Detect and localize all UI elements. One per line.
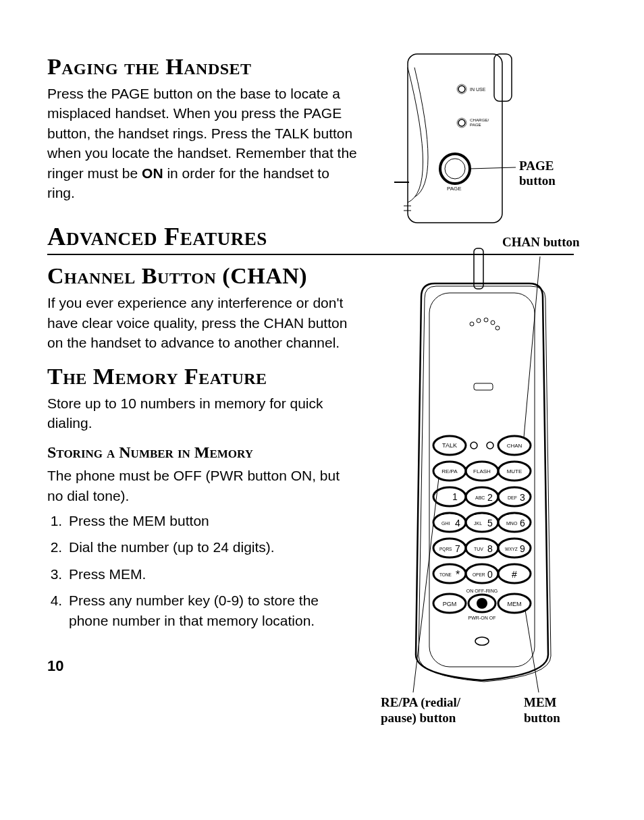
heading-storing: Storing a Number in Memory <box>47 443 358 462</box>
step-1: Press the MEM button <box>66 511 358 530</box>
svg-text:MEM: MEM <box>508 601 522 607</box>
heading-paging: Paging the Handset <box>47 54 358 80</box>
page-number: 10 <box>47 657 358 675</box>
svg-text:#: # <box>512 569 517 580</box>
svg-point-74 <box>475 637 489 645</box>
svg-text:8: 8 <box>487 543 493 554</box>
svg-point-15 <box>477 319 481 323</box>
step-3: Press MEM. <box>66 564 358 584</box>
svg-point-17 <box>491 321 495 325</box>
svg-text:OPER: OPER <box>473 572 485 577</box>
svg-text:3: 3 <box>520 492 525 503</box>
caption-page-button: PAGE button <box>519 159 573 188</box>
paragraph-channel: If you ever experience any interference … <box>47 293 358 352</box>
svg-text:MUTE: MUTE <box>507 468 522 474</box>
svg-point-18 <box>495 326 500 330</box>
svg-text:2: 2 <box>487 492 493 503</box>
svg-rect-19 <box>474 383 493 390</box>
svg-text:TONE: TONE <box>439 572 452 577</box>
svg-point-70 <box>477 598 487 609</box>
svg-text:GHI: GHI <box>441 521 450 526</box>
svg-point-10 <box>445 159 465 179</box>
svg-text:DEF: DEF <box>508 495 517 500</box>
svg-text:1: 1 <box>452 491 458 502</box>
svg-point-23 <box>487 442 493 449</box>
svg-text:PGM: PGM <box>443 601 457 607</box>
paragraph-memory: Store up to 10 numbers in memory for qui… <box>47 393 358 433</box>
svg-point-16 <box>484 318 488 322</box>
row-func: RE/PA FLASH MUTE <box>433 462 531 481</box>
svg-text:FLASH: FLASH <box>473 468 491 474</box>
svg-text:RE/PA: RE/PA <box>441 468 458 474</box>
step-4: Press any number key (0-9) to store the … <box>66 591 358 630</box>
svg-point-5 <box>458 86 465 92</box>
svg-point-14 <box>470 322 474 326</box>
svg-text:ABC: ABC <box>475 495 485 500</box>
base-figure: IN USE CHARGE/ PAGE PAGE PAGE button IN … <box>374 47 590 229</box>
text-column: Paging the Handset Press the PAGE button… <box>47 47 358 736</box>
caption-chan: CHAN button <box>502 235 580 250</box>
svg-rect-1 <box>494 54 512 101</box>
caption-page-button-text: PAGE button <box>519 159 573 188</box>
paragraph-paging: Press the PAGE button on the base to loc… <box>47 84 358 202</box>
handset-svg: TALK CHAN RE/PA FLASH MUTE <box>374 236 590 722</box>
label-page-btn-svg: PAGE <box>447 186 462 192</box>
svg-text:ON  OFF-RING: ON OFF-RING <box>466 589 498 593</box>
step-2: Dial the number (up to 24 digits). <box>66 537 358 557</box>
svg-line-77 <box>525 610 539 692</box>
row-star0hash: TONE * OPER 0 # <box>433 564 531 583</box>
svg-text:9: 9 <box>520 543 525 554</box>
row-789: PQRS 7 TUV 8 WXYZ 9 <box>433 539 531 557</box>
svg-text:*: * <box>456 569 460 580</box>
row-123: 1 ABC 2 DEF 3 <box>433 487 531 506</box>
svg-text:WXYZ: WXYZ <box>505 547 518 551</box>
svg-point-7 <box>458 119 465 126</box>
svg-text:CHAN: CHAN <box>507 443 522 449</box>
caption-repa: RE/PA (redial/ pause) button <box>381 695 460 726</box>
storing-steps-list: Press the MEM button Dial the number (up… <box>50 511 358 630</box>
svg-rect-0 <box>408 54 502 223</box>
handset-figure: CHAN button <box>374 236 590 736</box>
svg-text:0: 0 <box>487 569 493 580</box>
svg-text:4: 4 <box>455 518 460 528</box>
svg-point-22 <box>471 442 477 449</box>
svg-text:6: 6 <box>520 518 525 528</box>
caption-mem: MEM button <box>524 695 590 726</box>
svg-text:PWR-ON  OF: PWR-ON OF <box>468 616 496 620</box>
svg-point-32 <box>433 487 466 506</box>
row-pgm-mem: ON OFF-RING PGM MEM PWR-ON OF <box>433 589 531 620</box>
figure-column: IN USE CHARGE/ PAGE PAGE PAGE button IN … <box>374 47 590 736</box>
svg-text:TALK: TALK <box>442 442 457 449</box>
svg-line-11 <box>470 167 516 169</box>
svg-text:MNO: MNO <box>506 521 518 526</box>
svg-text:JKL: JKL <box>474 521 482 526</box>
svg-text:7: 7 <box>455 543 460 554</box>
paging-body-bold: ON <box>142 165 163 181</box>
manual-page: Paging the Handset Press the PAGE button… <box>0 0 644 756</box>
heading-advanced: Advanced Features <box>47 221 358 251</box>
paragraph-storing: The phone must be OFF (PWR button ON, bu… <box>47 466 358 505</box>
label-charge-svg: CHARGE/ <box>470 117 489 122</box>
heading-channel: Channel Button (CHAN) <box>47 263 358 289</box>
row-talk: TALK CHAN <box>433 436 531 455</box>
svg-text:TUV: TUV <box>474 547 483 551</box>
svg-text:5: 5 <box>487 518 493 528</box>
row-456: GHI 4 JKL 5 MNO 6 <box>433 513 531 532</box>
label-page-led-svg: PAGE <box>470 122 481 127</box>
base-svg: IN USE CHARGE/ PAGE PAGE <box>374 47 590 229</box>
svg-text:PQRS: PQRS <box>439 547 452 552</box>
label-in-use-svg: IN USE <box>470 87 486 92</box>
heading-memory: The Memory Feature <box>47 364 358 389</box>
